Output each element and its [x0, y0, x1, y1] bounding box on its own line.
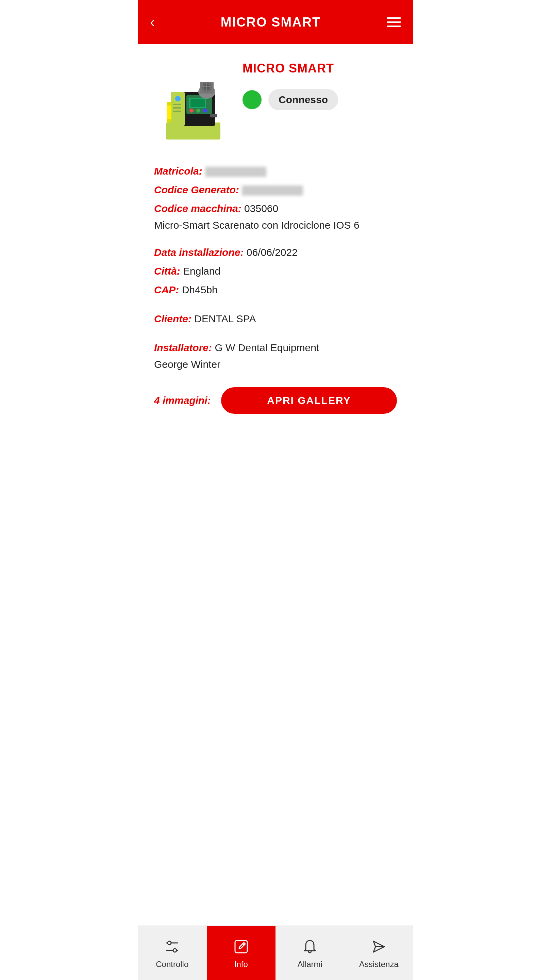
cliente-row: Cliente: DENTAL SPA — [154, 311, 397, 326]
sliders-icon — [163, 937, 182, 956]
menu-line-2 — [387, 21, 401, 23]
data-installazione-label: Data installazione: — [154, 247, 243, 258]
svg-rect-20 — [173, 107, 181, 108]
cap-value: Dh45bh — [182, 284, 218, 295]
codice-macchina-row: Codice macchina: 035060 — [154, 201, 397, 216]
device-image — [154, 58, 232, 146]
menu-line-3 — [387, 25, 401, 27]
installatore-name: George Winter — [154, 359, 397, 370]
svg-line-27 — [243, 943, 244, 945]
svg-rect-21 — [173, 111, 181, 112]
status-dot — [243, 90, 262, 109]
svg-rect-19 — [173, 104, 181, 105]
nav-label-allarmi: Allarmi — [298, 959, 322, 969]
codice-generato-label: Codice Generato: — [154, 184, 239, 195]
edit-icon — [232, 937, 251, 956]
bell-icon — [300, 937, 319, 956]
svg-point-6 — [189, 108, 194, 113]
installatore-row: Installatore: G W Dental Equipment — [154, 340, 397, 355]
svg-rect-5 — [191, 99, 205, 107]
installatore-label: Installatore: — [154, 342, 212, 353]
device-info-right: MICRO SMART Connesso — [243, 58, 397, 110]
gallery-section: 4 immagini: APRI GALLERY — [154, 387, 397, 414]
nav-item-allarmi[interactable]: Allarmi — [275, 926, 345, 980]
page-title: MICRO SMART — [221, 15, 321, 30]
send-icon — [369, 937, 388, 956]
data-installazione-value: 06/06/2022 — [246, 247, 298, 258]
codice-generato-row: Codice Generato: — [154, 182, 397, 197]
nav-item-info[interactable]: Info — [207, 926, 276, 980]
device-description: Micro-Smart Scarenato con Idrociclone IO… — [154, 220, 397, 231]
svg-point-18 — [175, 96, 181, 102]
main-content: MICRO SMART Connesso Matricola: Codice G… — [138, 44, 413, 482]
svg-point-7 — [196, 108, 200, 113]
data-installazione-row: Data installazione: 06/06/2022 — [154, 245, 397, 260]
matricola-row: Matricola: — [154, 163, 397, 179]
citta-value: England — [183, 266, 221, 277]
codice-macchina-label: Codice macchina: — [154, 203, 241, 214]
svg-rect-16 — [167, 105, 171, 119]
connection-status: Connesso — [243, 89, 397, 110]
svg-point-8 — [203, 108, 207, 113]
menu-line-1 — [387, 18, 401, 19]
app-header: ‹ MICRO SMART — [138, 0, 413, 44]
nav-item-controllo[interactable]: Controllo — [138, 926, 207, 980]
codice-macchina-value: 035060 — [244, 203, 278, 214]
device-fields: Matricola: Codice Generato: Codice macch… — [154, 163, 397, 370]
cliente-value: DENTAL SPA — [194, 313, 256, 324]
citta-row: Città: England — [154, 263, 397, 279]
cap-label: CAP: — [154, 284, 179, 295]
back-button[interactable]: ‹ — [150, 15, 155, 29]
svg-point-23 — [168, 941, 171, 945]
matricola-label: Matricola: — [154, 165, 202, 177]
cliente-label: Cliente: — [154, 313, 192, 324]
svg-rect-26 — [235, 940, 247, 953]
nav-label-info: Info — [234, 959, 248, 969]
svg-point-25 — [173, 949, 176, 952]
status-badge: Connesso — [268, 89, 338, 110]
svg-rect-17 — [210, 114, 217, 118]
device-header: MICRO SMART Connesso — [154, 58, 397, 146]
gallery-count-label: 4 immagini: — [154, 395, 211, 406]
nav-item-assistenza[interactable]: Assistenza — [345, 926, 414, 980]
gallery-button[interactable]: APRI GALLERY — [221, 387, 397, 414]
citta-label: Città: — [154, 266, 180, 277]
codice-generato-value — [242, 185, 303, 196]
cap-row: CAP: Dh45bh — [154, 282, 397, 298]
bottom-nav: Controllo Info Allarmi — [138, 926, 413, 980]
menu-button[interactable] — [387, 18, 401, 27]
device-name: MICRO SMART — [243, 61, 397, 76]
installatore-value: G W Dental Equipment — [214, 342, 319, 353]
nav-label-assistenza: Assistenza — [359, 959, 399, 969]
matricola-value — [205, 167, 266, 177]
nav-label-controllo: Controllo — [156, 959, 189, 969]
